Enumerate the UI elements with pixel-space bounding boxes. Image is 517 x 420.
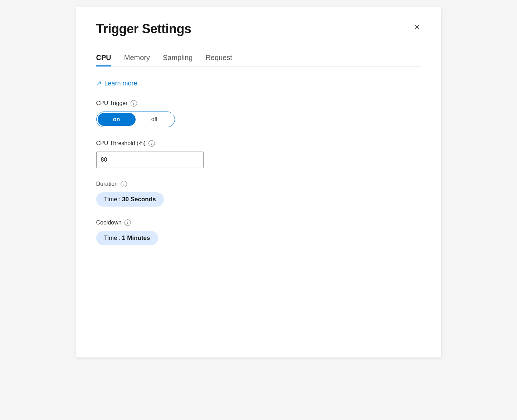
duration-section: Duration i Time : 30 Seconds — [96, 181, 421, 207]
tab-sampling[interactable]: Sampling — [163, 49, 192, 66]
cooldown-label-row: Cooldown i — [96, 219, 421, 226]
cpu-threshold-section: CPU Threshold (%) i — [96, 140, 421, 168]
tab-cpu[interactable]: CPU — [96, 49, 111, 66]
duration-info-icon[interactable]: i — [121, 181, 127, 187]
duration-pill[interactable]: Time : 30 Seconds — [96, 192, 164, 207]
duration-pill-prefix: Time : — [104, 196, 121, 203]
duration-label-row: Duration i — [96, 181, 421, 187]
tab-bar: CPU Memory Sampling Request — [96, 49, 421, 66]
cpu-trigger-section: CPU Trigger i on off — [96, 100, 421, 127]
cooldown-pill-prefix: Time : — [104, 234, 121, 242]
cpu-trigger-toggle[interactable]: on off — [96, 112, 175, 127]
cpu-threshold-info-icon[interactable]: i — [148, 140, 155, 147]
tab-request[interactable]: Request — [205, 49, 232, 66]
trigger-settings-dialog: Trigger Settings × CPU Memory Sampling R… — [76, 7, 441, 357]
cpu-trigger-label: CPU Trigger — [96, 100, 128, 107]
cpu-threshold-input[interactable] — [96, 152, 204, 168]
toggle-off-option[interactable]: off — [136, 113, 174, 126]
dialog-header: Trigger Settings × — [96, 21, 421, 36]
learn-more-section: ↗ Learn more — [96, 79, 421, 87]
cooldown-label: Cooldown — [96, 219, 122, 226]
learn-more-link[interactable]: Learn more — [104, 80, 137, 87]
cpu-threshold-label-row: CPU Threshold (%) i — [96, 140, 421, 147]
cooldown-section: Cooldown i Time : 1 Minutes — [96, 219, 421, 245]
cpu-threshold-label: CPU Threshold (%) — [96, 140, 146, 147]
toggle-on-option[interactable]: on — [98, 113, 136, 126]
cooldown-info-icon[interactable]: i — [125, 219, 131, 226]
duration-pill-value: 30 Seconds — [122, 196, 156, 203]
close-button[interactable]: × — [413, 21, 421, 33]
duration-label: Duration — [96, 181, 118, 187]
external-link-icon: ↗ — [96, 79, 102, 87]
cooldown-pill[interactable]: Time : 1 Minutes — [96, 231, 158, 245]
cooldown-pill-value: 1 Minutes — [122, 234, 150, 242]
tab-memory[interactable]: Memory — [124, 49, 150, 66]
dialog-title: Trigger Settings — [96, 21, 191, 36]
cpu-trigger-label-row: CPU Trigger i — [96, 100, 421, 107]
cpu-trigger-info-icon[interactable]: i — [131, 100, 137, 107]
